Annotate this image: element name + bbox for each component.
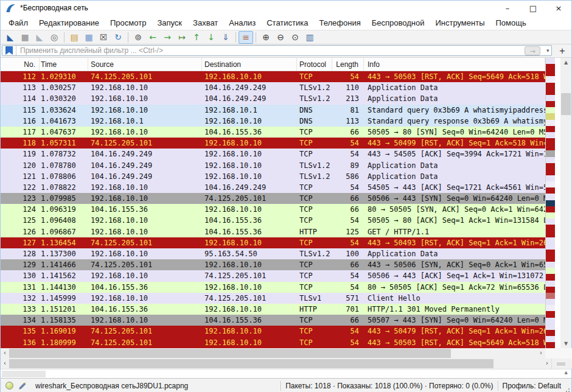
menu-item-9[interactable]: Беспроводной <box>366 16 430 29</box>
packet-row[interactable]: 1221.078822192.168.10.10104.16.249.249TC… <box>1 182 545 193</box>
hscroll-thumb[interactable] <box>9 359 494 368</box>
zoom-out-icon[interactable]: ⊖ <box>273 31 288 44</box>
go-forward-icon[interactable]: → <box>160 31 175 44</box>
packet-row[interactable]: 1141.030320192.168.10.10104.16.249.249TL… <box>1 93 545 104</box>
packet-row[interactable]: 1261.096867192.168.10.10104.16.155.36HTT… <box>1 226 545 237</box>
close-button[interactable]: × <box>546 1 571 15</box>
packet-row[interactable]: 1151.033624192.168.10.10192.168.10.1DNS8… <box>1 105 545 116</box>
reload-file-icon[interactable]: ↻ <box>111 31 125 44</box>
minimize-button[interactable]: – <box>495 1 520 15</box>
pane-splitter-handle[interactable] <box>551 359 572 369</box>
packet-row[interactable]: 1211.078806104.16.249.249192.168.10.10TL… <box>1 171 545 182</box>
start-capture-icon[interactable]: ◣ <box>3 31 18 44</box>
minimap-stripe <box>546 293 555 299</box>
resize-columns-icon[interactable]: ▥ <box>302 31 317 44</box>
menu-item-1[interactable]: Файл <box>3 16 33 29</box>
packet-row[interactable]: 1201.078780104.16.249.249192.168.10.10TL… <box>1 160 545 171</box>
go-first-icon[interactable]: ↑ <box>189 31 204 44</box>
packet-row[interactable]: 1351.16901974.125.205.101192.168.10.10TC… <box>1 326 545 337</box>
save-file-icon[interactable]: ▦ <box>82 31 96 44</box>
hscroll-thumb[interactable] <box>9 349 451 358</box>
cell-length: 54 <box>332 182 364 193</box>
open-file-icon[interactable]: ▤ <box>67 31 82 44</box>
capture-options-icon[interactable]: ◎ <box>47 31 61 44</box>
pane-scroll-up-icon[interactable]: ▲ <box>565 370 568 375</box>
packet-row[interactable]: 1131.030257192.168.10.10104.16.249.249TL… <box>1 82 545 93</box>
column-header-time[interactable]: Time <box>40 58 88 71</box>
menu-item-11[interactable]: Помощь <box>490 16 532 29</box>
cell-destination: 104.16.249.249 <box>202 182 297 193</box>
scroll-right-icon[interactable]: › <box>543 359 551 369</box>
menu-item-6[interactable]: Анализ <box>223 16 261 29</box>
bookmark-icon[interactable] <box>5 46 13 55</box>
stop-capture-icon[interactable]: ■ <box>18 31 32 44</box>
vertical-scrollbar[interactable]: ▲ ▼ <box>560 58 571 348</box>
restart-capture-icon[interactable]: ◣ <box>32 31 47 44</box>
packet-row[interactable]: 1241.096319104.16.155.36192.168.10.10TCP… <box>1 204 545 215</box>
packet-row[interactable]: 1291.14146674.125.205.101192.168.10.10TC… <box>1 259 545 270</box>
menu-item-10[interactable]: Инструменты <box>430 16 490 29</box>
zoom-normal-icon[interactable]: ⊙ <box>288 31 302 44</box>
packet-row[interactable]: 1251.096408192.168.10.10104.16.155.36TCP… <box>1 215 545 226</box>
minimap-stripe <box>546 113 555 119</box>
scroll-minimap[interactable] <box>545 58 555 348</box>
menu-item-4[interactable]: Запуск <box>152 16 187 29</box>
colorize-packets-icon[interactable]: ≡ <box>239 31 253 44</box>
packet-row[interactable]: 1281.137300192.168.10.1095.163.54.50TLSv… <box>1 248 545 259</box>
column-header-no[interactable]: No. <box>1 58 40 71</box>
display-filter-input[interactable] <box>16 46 525 55</box>
column-header-source[interactable]: Source <box>88 58 202 71</box>
go-back-icon[interactable]: ← <box>145 31 160 44</box>
column-header-length[interactable]: Length <box>332 58 364 71</box>
packet-row[interactable]: 1231.079985192.168.10.1074.125.205.101TC… <box>1 193 545 204</box>
go-to-packet-icon[interactable]: ↦ <box>175 31 189 44</box>
zoom-in-icon[interactable]: ⊕ <box>259 31 273 44</box>
packet-row[interactable]: 1161.041673192.168.10.1192.168.10.10DNS1… <box>1 116 545 127</box>
add-filter-button[interactable]: + <box>556 44 569 58</box>
menu-item-5[interactable]: Захват <box>187 16 223 29</box>
column-header-destination[interactable]: Destination <box>202 58 297 71</box>
packet-row[interactable]: 1191.078732104.16.249.249192.168.10.10TC… <box>1 149 545 159</box>
column-header-info[interactable]: Info <box>364 58 545 71</box>
detail-pane-hscrollbar[interactable]: ‹ › <box>1 359 551 369</box>
filter-dropdown-icon[interactable]: ▾ <box>543 47 551 54</box>
maximize-button[interactable]: □ <box>520 1 546 15</box>
menu-item-2[interactable]: Редактирование <box>33 16 105 29</box>
menu-item-7[interactable]: Статистика <box>261 16 313 29</box>
scroll-down-icon[interactable]: ▼ <box>560 339 571 348</box>
expert-info-icon[interactable] <box>5 382 13 390</box>
scroll-up-icon[interactable]: ▲ <box>560 58 571 67</box>
vertical-scroll-thumb[interactable] <box>561 93 571 115</box>
menu-item-8[interactable]: Телефония <box>313 16 366 29</box>
column-header-protocol[interactable]: Protocol <box>297 58 332 71</box>
find-packet-icon[interactable]: ⊚ <box>131 31 145 44</box>
minimap-stripe <box>546 250 555 256</box>
packet-row[interactable]: 1331.151201104.16.155.36192.168.10.10HTT… <box>1 304 545 315</box>
auto-scroll-icon[interactable]: ⇓ <box>218 31 233 44</box>
minimap-stripe <box>546 107 555 113</box>
packet-row[interactable]: 1121.02931074.125.205.101192.168.10.10TC… <box>1 71 545 82</box>
menu-item-3[interactable]: Просмотр <box>105 16 152 29</box>
cell-destination: 104.16.155.36 <box>202 215 297 226</box>
cell-source: 104.16.249.249 <box>88 160 202 171</box>
packet-row[interactable]: 1171.047637192.168.10.10104.16.155.36TCP… <box>1 127 545 138</box>
apply-filter-button[interactable]: → <box>525 46 540 55</box>
packet-row[interactable]: 1301.141562192.168.10.1074.125.205.101TC… <box>1 270 545 281</box>
cell-source: 74.125.205.101 <box>88 138 202 149</box>
scroll-right-icon[interactable]: › <box>537 348 545 359</box>
packet-list-hscrollbar[interactable]: ‹ › <box>1 348 545 359</box>
go-last-icon[interactable]: ↓ <box>204 31 218 44</box>
packet-row[interactable]: 1341.158135192.168.10.10104.16.155.36TCP… <box>1 315 545 326</box>
packet-row[interactable]: 1311.144130104.16.155.36192.168.10.10TCP… <box>1 282 545 293</box>
scroll-left-icon[interactable]: ‹ <box>1 348 9 359</box>
scroll-left-icon[interactable]: ‹ <box>1 359 9 369</box>
profile-label[interactable]: Профиль: Default <box>503 382 562 390</box>
capture-comment-icon[interactable] <box>18 382 27 390</box>
packet-list[interactable]: 1121.02931074.125.205.101192.168.10.10TC… <box>1 71 545 348</box>
packet-row[interactable]: 1361.18099974.125.205.101192.168.10.10TC… <box>1 337 545 348</box>
packet-row[interactable]: 1271.13645474.125.205.101192.168.10.10TC… <box>1 237 545 248</box>
packet-row[interactable]: 1321.145999192.168.10.1074.125.205.101TL… <box>1 293 545 304</box>
packet-row[interactable]: 1181.05731174.125.205.101192.168.10.10TC… <box>1 138 545 149</box>
resize-grip[interactable] <box>563 385 570 391</box>
close-file-icon[interactable]: ☒ <box>96 31 111 44</box>
